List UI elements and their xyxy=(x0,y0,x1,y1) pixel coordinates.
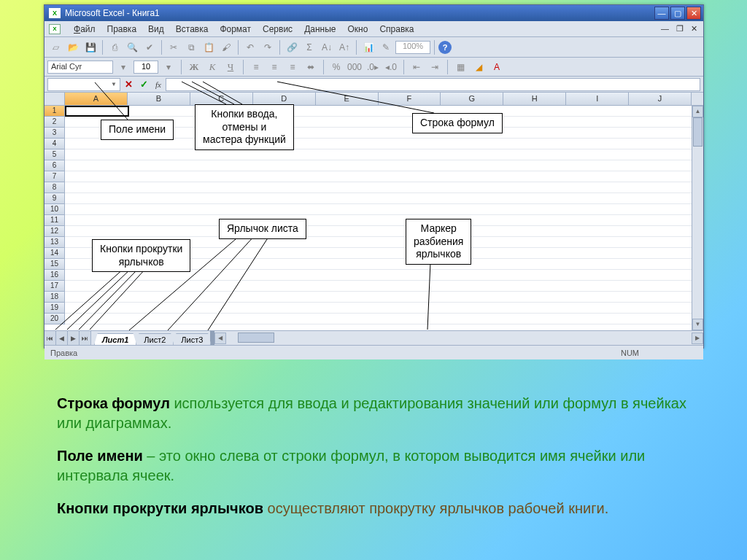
menu-edit[interactable]: Правка xyxy=(101,22,143,36)
col-header-b[interactable]: B xyxy=(128,93,190,106)
menu-file[interactable]: Файл xyxy=(68,22,101,36)
row-cells[interactable] xyxy=(65,281,692,292)
sheet-tab-3[interactable]: Лист3 xyxy=(173,333,211,345)
scroll-down-icon[interactable]: ▼ xyxy=(692,319,703,330)
row-header[interactable]: 1 xyxy=(44,106,65,117)
drawing-icon[interactable]: ✎ xyxy=(378,39,394,55)
cut-icon[interactable]: ✂ xyxy=(166,39,182,55)
row-header[interactable]: 15 xyxy=(44,259,65,270)
enter-button[interactable]: ✓ xyxy=(137,79,151,90)
row-cells[interactable] xyxy=(65,204,692,215)
increase-indent-icon[interactable]: ⇥ xyxy=(427,59,443,75)
row-header[interactable]: 5 xyxy=(44,149,65,160)
sort-asc-icon[interactable]: A↓ xyxy=(319,39,335,55)
row-cells[interactable] xyxy=(65,182,692,193)
format-painter-icon[interactable]: 🖌 xyxy=(218,39,234,55)
row-header[interactable]: 13 xyxy=(44,237,65,248)
hscroll-thumb[interactable] xyxy=(238,332,274,343)
row-cells[interactable] xyxy=(65,160,692,171)
doc-close-button[interactable]: ✕ xyxy=(689,23,699,35)
underline-button[interactable]: Ч xyxy=(222,59,239,75)
bold-button[interactable]: Ж xyxy=(186,59,202,75)
cancel-button[interactable]: ✕ xyxy=(122,79,136,90)
row-cells[interactable] xyxy=(65,314,692,324)
row-cells[interactable] xyxy=(65,292,692,303)
row-header[interactable]: 20 xyxy=(44,314,65,324)
tab-scroll-prev[interactable]: ◀ xyxy=(56,331,68,345)
align-left-icon[interactable]: ≡ xyxy=(248,59,264,75)
align-right-icon[interactable]: ≡ xyxy=(285,59,301,75)
dropdown-icon[interactable]: ▼ xyxy=(111,81,117,88)
hyperlink-icon[interactable]: 🔗 xyxy=(284,39,300,55)
preview-icon[interactable]: 🔍 xyxy=(124,39,140,55)
row-header[interactable]: 16 xyxy=(44,270,65,281)
row-cells[interactable] xyxy=(65,226,692,237)
formula-input[interactable] xyxy=(166,78,700,91)
tab-scroll-next[interactable]: ▶ xyxy=(68,331,80,345)
italic-button[interactable]: К xyxy=(204,59,220,75)
row-cells[interactable] xyxy=(65,106,692,117)
row-cells[interactable] xyxy=(65,139,692,149)
row-cells[interactable] xyxy=(65,149,692,160)
save-icon[interactable]: 💾 xyxy=(82,39,98,55)
menu-window[interactable]: Окно xyxy=(341,22,374,36)
col-header-f[interactable]: F xyxy=(379,93,441,106)
row-header[interactable]: 6 xyxy=(44,160,65,171)
sheet-tab-1[interactable]: Лист1 xyxy=(94,333,136,345)
size-dropdown-icon[interactable]: ▾ xyxy=(160,59,177,75)
font-size-select[interactable]: 10 xyxy=(133,61,158,74)
scroll-up-icon[interactable]: ▲ xyxy=(692,106,703,117)
paste-icon[interactable]: 📋 xyxy=(201,39,217,55)
doc-minimize-button[interactable]: — xyxy=(659,23,670,35)
menu-data[interactable]: Данные xyxy=(298,22,341,36)
merge-center-icon[interactable]: ⬌ xyxy=(303,59,319,75)
sort-desc-icon[interactable]: A↑ xyxy=(336,39,352,55)
row-header[interactable]: 17 xyxy=(44,281,65,292)
tab-scroll-last[interactable]: ⏭ xyxy=(80,331,91,345)
redo-icon[interactable]: ↷ xyxy=(260,39,276,55)
col-header-h[interactable]: H xyxy=(503,93,566,106)
select-all-corner[interactable] xyxy=(44,93,65,106)
row-header[interactable]: 7 xyxy=(44,171,65,182)
row-header[interactable]: 18 xyxy=(44,292,65,303)
help-icon[interactable]: ? xyxy=(438,41,452,54)
minimize-button[interactable]: — xyxy=(654,7,669,20)
menu-tools[interactable]: Сервис xyxy=(257,22,298,36)
undo-icon[interactable]: ↶ xyxy=(242,39,258,55)
col-header-j[interactable]: J xyxy=(629,93,692,106)
percent-icon[interactable]: % xyxy=(328,59,344,75)
maximize-button[interactable]: ▢ xyxy=(670,7,685,20)
borders-icon[interactable]: ▦ xyxy=(452,59,468,75)
sheet-tab-2[interactable]: Лист2 xyxy=(136,333,174,345)
row-header[interactable]: 14 xyxy=(44,248,65,259)
row-header[interactable]: 11 xyxy=(44,215,65,226)
print-icon[interactable]: ⎙ xyxy=(107,39,123,55)
row-header[interactable]: 2 xyxy=(44,117,65,128)
chart-icon[interactable]: 📊 xyxy=(360,39,376,55)
copy-icon[interactable]: ⧉ xyxy=(183,39,199,55)
row-header[interactable]: 8 xyxy=(44,182,65,193)
name-box[interactable]: ▼ xyxy=(47,78,120,91)
scroll-right-icon[interactable]: ▶ xyxy=(692,332,703,344)
col-header-a[interactable]: A xyxy=(65,93,128,106)
increase-decimal-icon[interactable]: .0▸ xyxy=(365,59,381,75)
menu-view[interactable]: Вид xyxy=(142,22,170,36)
menu-format[interactable]: Формат xyxy=(214,22,257,36)
spellcheck-icon[interactable]: ✔ xyxy=(142,39,158,55)
font-color-icon[interactable]: A xyxy=(489,59,505,75)
decrease-decimal-icon[interactable]: ◂.0 xyxy=(383,59,399,75)
active-cell[interactable] xyxy=(65,106,129,117)
open-icon[interactable]: 📂 xyxy=(65,39,81,55)
fill-color-icon[interactable]: ◢ xyxy=(471,59,487,75)
horizontal-scrollbar[interactable]: ◀ ▶ xyxy=(214,331,703,345)
doc-restore-button[interactable]: ❐ xyxy=(675,23,685,35)
row-cells[interactable] xyxy=(65,171,692,182)
row-cells[interactable] xyxy=(65,215,692,226)
menu-help[interactable]: Справка xyxy=(374,22,419,36)
zoom-select[interactable]: 100% xyxy=(395,41,430,54)
scroll-left-icon[interactable]: ◀ xyxy=(214,332,226,344)
new-icon[interactable]: ▱ xyxy=(47,39,63,55)
row-cells[interactable] xyxy=(65,193,692,204)
tab-scroll-first[interactable]: ⏮ xyxy=(44,331,56,345)
fx-button[interactable]: fx xyxy=(152,80,164,89)
